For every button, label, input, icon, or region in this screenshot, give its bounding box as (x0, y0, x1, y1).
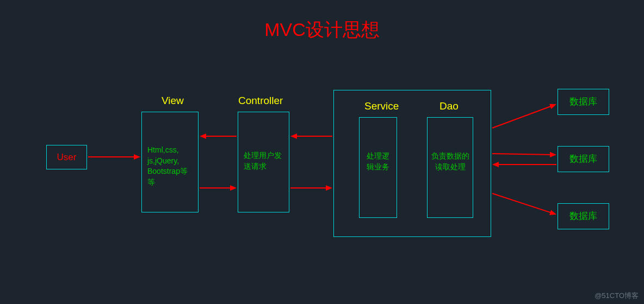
dao-body: 负责数据的 读取处理 (428, 148, 473, 175)
db-label-1: 数据库 (569, 95, 597, 108)
db-label-2: 数据库 (569, 153, 597, 166)
view-body: Html,css, js,jQuery, Bootstrap等 等 (142, 139, 198, 193)
view-title: View (162, 95, 184, 107)
service-box: 处理逻 辑业务 (359, 117, 397, 218)
svg-line-6 (492, 105, 555, 128)
db-box-2: 数据库 (558, 146, 609, 172)
controller-box: 处理用户发 送请求 (238, 112, 289, 212)
svg-line-9 (492, 193, 555, 214)
user-label: User (57, 152, 77, 163)
svg-line-7 (492, 154, 555, 155)
service-body: 处理逻 辑业务 (360, 148, 397, 175)
db-label-3: 数据库 (569, 210, 597, 223)
dao-box: 负责数据的 读取处理 (427, 117, 473, 218)
diagram-title: MVC设计思想 (264, 17, 380, 42)
db-box-3: 数据库 (558, 203, 609, 229)
view-box: Html,css, js,jQuery, Bootstrap等 等 (141, 112, 199, 212)
watermark: @51CTO博客 (595, 291, 639, 301)
user-box: User (46, 145, 87, 169)
arrows (0, 0, 644, 304)
service-title: Service (364, 100, 399, 112)
dao-title: Dao (439, 100, 459, 112)
db-box-1: 数据库 (558, 89, 609, 115)
controller-body: 处理用户发 送请求 (238, 145, 289, 177)
controller-title: Controller (238, 95, 283, 107)
